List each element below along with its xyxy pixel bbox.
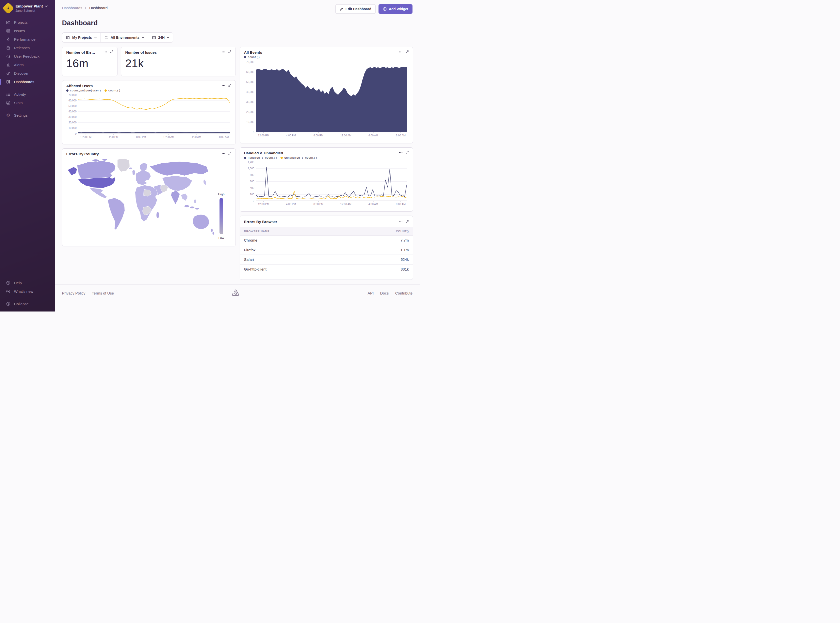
main-content: Dashboards Dashboard Edit Dashboard Add … xyxy=(55,0,420,312)
svg-text:70,000: 70,000 xyxy=(69,94,77,97)
handled-v-unhandled-chart: 1,2001,000800600400200012:00 PM4:00 PM8:… xyxy=(244,160,409,206)
svg-text:60,000: 60,000 xyxy=(69,99,77,102)
widget-title: Handled v. Unhandled xyxy=(244,151,283,155)
widget-errors-by-country: Errors By Country xyxy=(62,148,236,246)
sidebar-item-discover[interactable]: Discover xyxy=(0,69,55,77)
svg-text:0: 0 xyxy=(253,130,254,134)
widget-title: Affected Users xyxy=(66,84,93,88)
terms-of-use-link[interactable]: Terms of Use xyxy=(92,291,114,295)
topbar: Dashboards Dashboard Edit Dashboard Add … xyxy=(62,0,412,14)
time-range-filter[interactable]: 24H xyxy=(148,35,173,40)
widget-expand-button[interactable] xyxy=(228,84,231,87)
sidebar-item-stats[interactable]: Stats xyxy=(0,98,55,107)
svg-text:4:00 AM: 4:00 AM xyxy=(369,203,378,206)
legend-dot xyxy=(244,56,246,58)
map-region-uk xyxy=(132,170,136,175)
chart-legend: count() xyxy=(244,55,409,59)
svg-text:400: 400 xyxy=(250,186,254,189)
svg-text:50,000: 50,000 xyxy=(69,104,77,107)
svg-text:8:00 PM: 8:00 PM xyxy=(314,134,323,137)
edit-dashboard-button[interactable]: Edit Dashboard xyxy=(335,4,375,14)
api-link[interactable]: API xyxy=(368,291,374,295)
table-row[interactable]: Safari 524k xyxy=(240,255,413,264)
widget-expand-button[interactable] xyxy=(228,152,231,155)
widget-menu-button[interactable] xyxy=(103,51,107,52)
table-row[interactable]: Firefox 1.1m xyxy=(240,245,413,255)
widget-expand-button[interactable] xyxy=(406,50,409,54)
widget-menu-button[interactable] xyxy=(222,153,225,154)
sidebar-bottom-nav: Help What's new Collapse xyxy=(0,279,55,308)
widget-expand-button[interactable] xyxy=(406,220,409,223)
sidebar-item-collapse[interactable]: Collapse xyxy=(0,299,55,308)
chart-legend: count_unique(user) count() xyxy=(66,89,231,92)
widget-menu-button[interactable] xyxy=(399,152,403,153)
map-region-usa xyxy=(78,177,115,188)
svg-text:8:00 AM: 8:00 AM xyxy=(219,135,229,138)
widget-title: Number of Err… xyxy=(66,50,95,54)
widget-expand-button[interactable] xyxy=(406,151,409,154)
sidebar-item-user-feedback[interactable]: User Feedback xyxy=(0,52,55,60)
sidebar-item-issues[interactable]: Issues xyxy=(0,26,55,35)
widget-menu-button[interactable] xyxy=(399,51,403,52)
column-count[interactable]: COUNT() xyxy=(396,230,409,233)
widget-number-of-issues: Number of Issues 21k xyxy=(121,47,236,76)
svg-text:1,200: 1,200 xyxy=(248,161,254,164)
column-browser-name[interactable]: BROWSER.NAME xyxy=(244,230,269,233)
legend-dot xyxy=(105,89,107,92)
docs-link[interactable]: Docs xyxy=(380,291,389,295)
environment-filter[interactable]: All Environments xyxy=(101,35,148,40)
widget-menu-button[interactable] xyxy=(222,85,225,86)
calendar-icon xyxy=(152,35,156,40)
chevron-down-icon xyxy=(167,37,169,38)
project-filter[interactable]: My Projects xyxy=(62,35,100,40)
sidebar-item-activity[interactable]: Activity xyxy=(0,90,55,98)
svg-text:12:00 AM: 12:00 AM xyxy=(340,203,351,206)
widget-expand-button[interactable] xyxy=(110,50,113,54)
map-region-india xyxy=(171,190,180,204)
privacy-policy-link[interactable]: Privacy Policy xyxy=(62,291,85,295)
map-region-se-asia xyxy=(181,193,188,201)
widget-errors-by-browser: Errors By Browser BROWSER.NAME COUNT() C… xyxy=(240,216,413,280)
affected-users-chart: 70,00060,00050,00040,00030,00020,00010,0… xyxy=(66,93,232,139)
sidebar-item-settings[interactable]: ⚙ Settings xyxy=(0,111,55,120)
add-widget-button[interactable]: Add Widget xyxy=(378,4,412,14)
sidebar-item-alerts[interactable]: Alerts xyxy=(0,60,55,69)
svg-text:8:00 PM: 8:00 PM xyxy=(314,203,323,206)
svg-text:12:00 PM: 12:00 PM xyxy=(80,135,91,138)
widget-title: Errors By Browser xyxy=(244,219,277,224)
legend-dot xyxy=(244,157,246,159)
widget-title: Errors By Country xyxy=(66,152,99,156)
map-region-scandinavia xyxy=(140,163,148,172)
chevron-down-icon xyxy=(94,37,97,38)
map-region-japan xyxy=(203,179,206,185)
all-events-chart: 70,00060,00050,00040,00030,00020,00010,0… xyxy=(244,60,409,137)
svg-text:40,000: 40,000 xyxy=(69,110,77,113)
environment-window-icon xyxy=(105,35,109,40)
org-user: Jane Schmidt xyxy=(15,9,48,12)
widget-menu-button[interactable] xyxy=(222,51,225,52)
sidebar-item-projects[interactable]: Projects xyxy=(0,18,55,26)
sidebar-item-performance[interactable]: Performance xyxy=(0,35,55,43)
sidebar: Empower Plant Jane Schmidt Projects Issu… xyxy=(0,0,55,312)
sidebar-item-releases[interactable]: Releases xyxy=(0,43,55,52)
filter-bar: My Projects All Environments 24H xyxy=(62,32,173,43)
stats-icon xyxy=(6,101,11,105)
collapse-icon xyxy=(6,302,11,306)
sidebar-item-help[interactable]: Help xyxy=(0,279,55,287)
contribute-link[interactable]: Contribute xyxy=(395,291,412,295)
svg-text:70,000: 70,000 xyxy=(246,60,254,63)
org-name: Empower Plant xyxy=(15,4,43,8)
sidebar-item-dashboards[interactable]: Dashboards xyxy=(0,77,55,86)
sidebar-item-whats-new[interactable]: What's new xyxy=(0,287,55,296)
svg-text:12:00 AM: 12:00 AM xyxy=(163,135,174,138)
table-row[interactable]: Go-http-client 331k xyxy=(240,264,413,274)
org-switcher[interactable]: Empower Plant Jane Schmidt xyxy=(0,0,55,18)
widget-number-of-errors: Number of Err… 16m xyxy=(62,47,117,76)
widget-menu-button[interactable] xyxy=(399,221,403,222)
svg-text:10,000: 10,000 xyxy=(246,120,254,123)
breadcrumb: Dashboards Dashboard xyxy=(62,4,108,10)
map-region-south-america xyxy=(108,198,125,230)
widget-expand-button[interactable] xyxy=(228,50,231,54)
table-row[interactable]: Chrome 7.7m xyxy=(240,236,413,245)
breadcrumb-dashboards-link[interactable]: Dashboards xyxy=(62,6,82,10)
